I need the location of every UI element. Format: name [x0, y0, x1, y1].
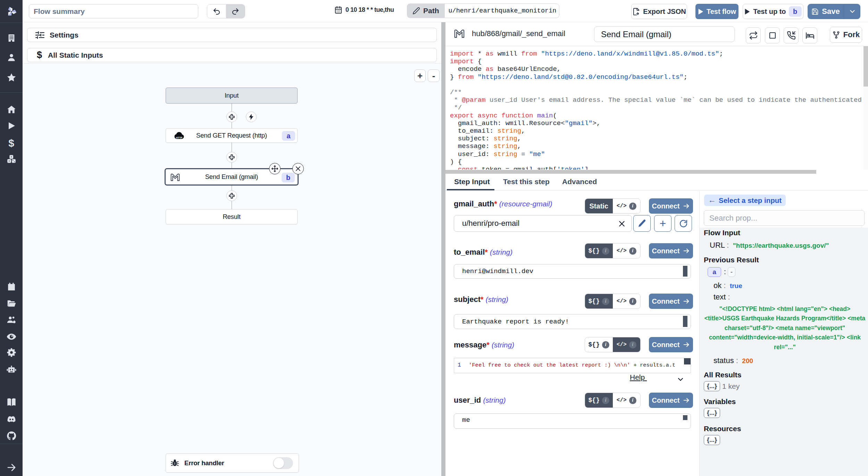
- svg-text:HTTP: HTTP: [176, 136, 183, 139]
